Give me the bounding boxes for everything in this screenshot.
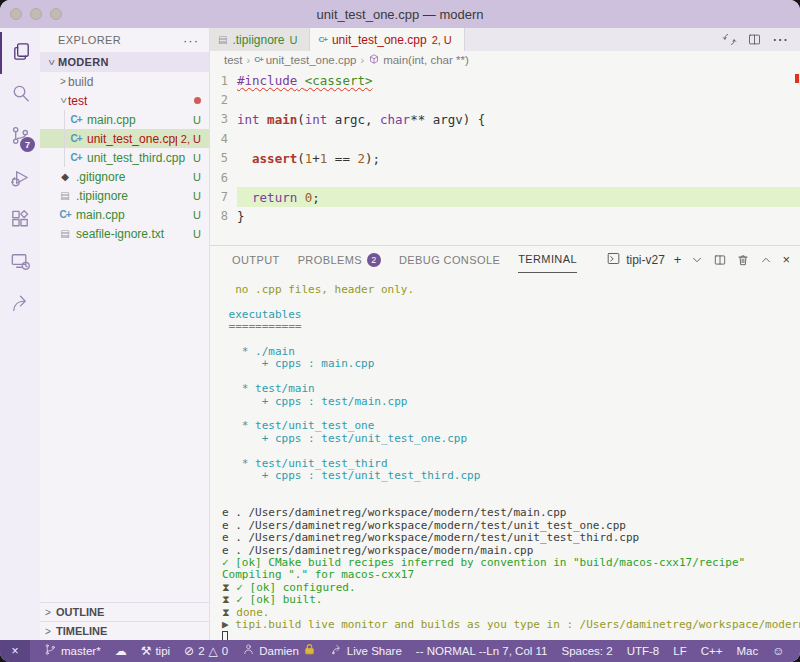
kill-terminal-icon[interactable]	[736, 253, 750, 267]
tree-item-unit_test_one.cpp[interactable]: C+unit_test_one.cpp2, U	[40, 129, 209, 148]
tree-item-.gitignore[interactable]: ◆.gitignoreU	[40, 167, 209, 186]
status-account[interactable]: Damien	[242, 640, 316, 662]
error-icon: ⊘	[184, 644, 194, 658]
tree-item-main.cpp[interactable]: C+main.cppU	[40, 205, 209, 224]
status-text: Ln 7, Col 11	[486, 645, 547, 657]
status-live-share[interactable]: Live Share	[330, 640, 402, 662]
terminal-line: ▶ tipi.build live monitor and builds as …	[222, 619, 800, 631]
editor-actions: ⋯	[722, 28, 800, 51]
file-icon: ▤	[58, 228, 72, 239]
tree-item-main.cpp[interactable]: C+main.cppU	[40, 110, 209, 129]
status-text: tipi	[155, 645, 170, 657]
tree-item-build[interactable]: >build	[40, 72, 209, 91]
status-language-mode[interactable]: C++	[701, 640, 723, 662]
tree-item-unit_test_third.cpp[interactable]: C+unit_test_third.cppU	[40, 148, 209, 167]
panel-tab-debug-console[interactable]: DEBUG CONSOLE	[399, 246, 500, 273]
tab-label: unit_test_one.cpp	[332, 33, 427, 47]
folder-section-header[interactable]: > MODERN	[40, 52, 209, 72]
activity-item-explorer[interactable]	[0, 32, 40, 74]
close-panel-icon[interactable]: ×	[782, 252, 790, 267]
close-window-button[interactable]	[10, 8, 22, 20]
status-text: UTF-8	[627, 645, 660, 657]
breadcrumb-label: unit_test_one.cpp	[266, 54, 357, 66]
activity-item-source-control[interactable]: 7	[0, 116, 40, 158]
tree-item-seafile-ignore.txt[interactable]: ▤seafile-ignore.txtU	[40, 224, 209, 243]
panel-tab-terminal[interactable]: TERMINAL	[518, 246, 577, 273]
terminal-line	[222, 296, 800, 308]
terminal-dropdown-icon[interactable]	[690, 253, 704, 267]
lock-icon	[303, 643, 316, 659]
status-text: Mac	[736, 645, 758, 657]
maximize-panel-icon[interactable]	[759, 253, 773, 267]
breadcrumb-item-1[interactable]: test	[224, 54, 243, 66]
tree-item-test[interactable]: >test	[40, 91, 209, 110]
status-text: -- NORMAL --	[416, 645, 486, 657]
new-terminal-button[interactable]: +	[674, 252, 682, 267]
panel-header: OUTPUTPROBLEMS2DEBUG CONSOLETERMINAL tip…	[210, 246, 800, 273]
status-feedback[interactable]: ☺	[772, 640, 784, 662]
breadcrumb-item-2[interactable]: C+unit_test_one.cpp	[254, 54, 356, 66]
warning-icon: △	[209, 644, 218, 658]
status-tipi-status[interactable]: ⚒tipi	[141, 640, 170, 662]
split-terminal-icon[interactable]	[713, 253, 727, 267]
code-line-5: 5 assert(1+1 == 2);	[210, 149, 800, 168]
git-decoration-badge: U	[193, 209, 201, 221]
cpp-file-icon: C+	[69, 114, 83, 125]
activity-item-remote-explorer[interactable]	[0, 242, 40, 284]
code-line-6: 6	[210, 168, 800, 187]
share-icon	[9, 292, 32, 319]
terminal-selector[interactable]: tipi-v27	[606, 251, 665, 269]
status-text: Live Share	[347, 645, 402, 657]
split-editor-icon[interactable]	[747, 32, 762, 47]
breadcrumb-label: test	[224, 54, 243, 66]
activity-item-live-share[interactable]	[0, 284, 40, 326]
editor-more-actions-icon[interactable]: ⋯	[772, 30, 788, 49]
outline-section[interactable]: > OUTLINE	[40, 602, 209, 621]
editor-tab-.tipiignore[interactable]: ▤.tipiignoreU	[210, 28, 310, 51]
status-text: Spaces: 2	[561, 645, 612, 657]
workspace-name: MODERN	[58, 56, 109, 68]
status-vim-mode[interactable]: -- NORMAL --	[416, 640, 486, 662]
terminal-name: tipi-v27	[626, 253, 665, 267]
code-editor[interactable]: 1#include <cassert>23int main(int argc, …	[210, 68, 800, 245]
git-decoration-badge: 2, U	[181, 133, 201, 145]
editor-tab-unit_test_one.cpp[interactable]: C+unit_test_one.cpp2, U	[310, 28, 464, 51]
files-icon	[10, 40, 33, 67]
breadcrumb: test›C+unit_test_one.cpp›main(int, char …	[210, 51, 800, 68]
zoom-window-button[interactable]	[50, 8, 62, 20]
code-line-3: 3int main(int argc, char** argv) {	[210, 110, 800, 129]
panel-tab-output[interactable]: OUTPUT	[232, 246, 280, 273]
tab-decoration: 2, U	[432, 34, 452, 46]
breadcrumb-separator-icon: ›	[360, 54, 364, 66]
line-number: 7	[210, 190, 228, 204]
explorer-more-actions-icon[interactable]: ···	[183, 33, 199, 48]
code-line-text: assert(1+1 == 2);	[237, 149, 800, 168]
timeline-section[interactable]: > TIMELINE	[40, 621, 209, 640]
terminal-output[interactable]: no .cpp files, header only. executables …	[210, 273, 800, 640]
status-encoding[interactable]: UTF-8	[627, 640, 660, 662]
status-sync-changes[interactable]: ☁	[115, 640, 127, 662]
git-file-icon: ◆	[58, 171, 72, 182]
breadcrumb-item-3[interactable]: main(int, char **)	[368, 53, 469, 67]
status-remote-indicator[interactable]: ×	[0, 640, 30, 662]
open-changes-icon[interactable]	[722, 32, 737, 47]
activity-item-search[interactable]	[0, 74, 40, 116]
status-cursor-position[interactable]: Ln 7, Col 11	[486, 640, 547, 662]
status-indentation[interactable]: Spaces: 2	[561, 640, 612, 662]
panel-tab-problems[interactable]: PROBLEMS2	[298, 246, 381, 273]
activity-item-run-debug[interactable]	[0, 158, 40, 200]
panel-tab-label: OUTPUT	[232, 254, 280, 266]
file-icon: ▤	[58, 190, 72, 201]
status-git-branch[interactable]: master*	[44, 640, 101, 662]
chevron-right-icon: >	[40, 626, 56, 637]
status-eol[interactable]: LF	[673, 640, 686, 662]
terminal-line: + cpps : main.cpp	[222, 358, 800, 370]
code-line-text	[237, 168, 800, 187]
status-problems-status[interactable]: ⊘2△0	[184, 640, 228, 662]
status-platform[interactable]: Mac	[736, 640, 758, 662]
extensions-icon	[9, 208, 32, 235]
minimize-window-button[interactable]	[30, 8, 42, 20]
tree-item-.tipiignore[interactable]: ▤.tipiignoreU	[40, 186, 209, 205]
activity-item-extensions[interactable]	[0, 200, 40, 242]
live-share-icon	[330, 643, 343, 659]
